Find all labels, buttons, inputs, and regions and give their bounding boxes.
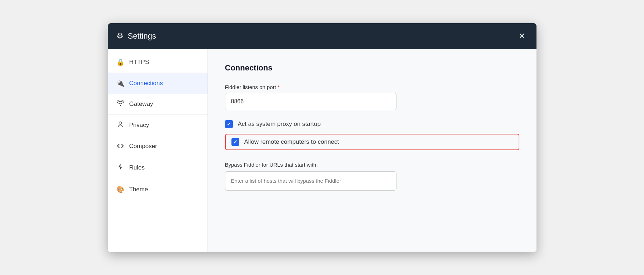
- palette-icon: 🎨: [116, 186, 124, 193]
- system-proxy-checkbox[interactable]: ✓: [225, 120, 233, 128]
- sidebar: 🔒 HTTPS 🔌 Connections Gateway: [108, 49, 208, 252]
- sidebar-item-rules[interactable]: Rules: [108, 157, 208, 179]
- sidebar-item-composer[interactable]: Composer: [108, 136, 208, 157]
- check-mark-2: ✓: [233, 139, 238, 145]
- bypass-field-group: Bypass Fiddler for URLs that start with:: [225, 162, 519, 191]
- settings-window: ⚙ Settings ✕ 🔒 HTTPS 🔌 Connections: [108, 23, 536, 252]
- system-proxy-checkbox-row[interactable]: ✓ Act as system proxy on startup: [225, 120, 519, 128]
- port-label: Fiddler listens on port *: [225, 84, 519, 90]
- sidebar-label-connections: Connections: [129, 80, 163, 87]
- sidebar-item-https[interactable]: 🔒 HTTPS: [108, 52, 208, 73]
- sidebar-label-privacy: Privacy: [129, 122, 149, 129]
- close-button[interactable]: ✕: [516, 31, 528, 41]
- sidebar-label-rules: Rules: [129, 164, 145, 171]
- required-indicator: *: [278, 84, 280, 90]
- lightning-icon: [116, 163, 124, 172]
- allow-remote-checkbox-row[interactable]: ✓ Allow remote computers to connect: [231, 138, 339, 146]
- check-mark: ✓: [227, 121, 231, 127]
- gear-icon: ⚙: [116, 31, 124, 41]
- bypass-label: Bypass Fiddler for URLs that start with:: [225, 162, 519, 168]
- sidebar-label-theme: Theme: [129, 186, 148, 193]
- sidebar-label-https: HTTPS: [129, 59, 149, 66]
- allow-remote-label: Allow remote computers to connect: [244, 138, 339, 146]
- port-input[interactable]: [225, 93, 396, 110]
- wifi-icon: [116, 100, 124, 108]
- content-area: 🔒 HTTPS 🔌 Connections Gateway: [108, 49, 536, 252]
- plug-icon: 🔌: [116, 79, 124, 87]
- port-field-group: Fiddler listens on port *: [225, 84, 519, 110]
- titlebar: ⚙ Settings ✕: [108, 23, 536, 49]
- allow-remote-checkbox[interactable]: ✓: [231, 138, 239, 146]
- lock-icon: 🔒: [116, 58, 124, 66]
- titlebar-left: ⚙ Settings: [116, 31, 156, 41]
- sidebar-item-theme[interactable]: 🎨 Theme: [108, 179, 208, 200]
- system-proxy-label: Act as system proxy on startup: [238, 121, 321, 128]
- code-icon: [116, 143, 124, 150]
- window-title: Settings: [128, 31, 156, 41]
- allow-remote-highlight: ✓ Allow remote computers to connect: [225, 134, 519, 150]
- bypass-input[interactable]: [225, 171, 396, 191]
- sidebar-label-composer: Composer: [129, 143, 157, 150]
- main-content: Connections Fiddler listens on port * ✓ …: [208, 49, 536, 252]
- svg-point-0: [119, 122, 122, 124]
- sidebar-item-gateway[interactable]: Gateway: [108, 94, 208, 115]
- checkbox-group: ✓ Act as system proxy on startup ✓ Allow…: [225, 120, 519, 150]
- sidebar-label-gateway: Gateway: [129, 100, 153, 108]
- sidebar-item-privacy[interactable]: Privacy: [108, 115, 208, 136]
- person-icon: [116, 121, 124, 129]
- section-title: Connections: [225, 63, 519, 73]
- sidebar-item-connections[interactable]: 🔌 Connections: [108, 73, 208, 94]
